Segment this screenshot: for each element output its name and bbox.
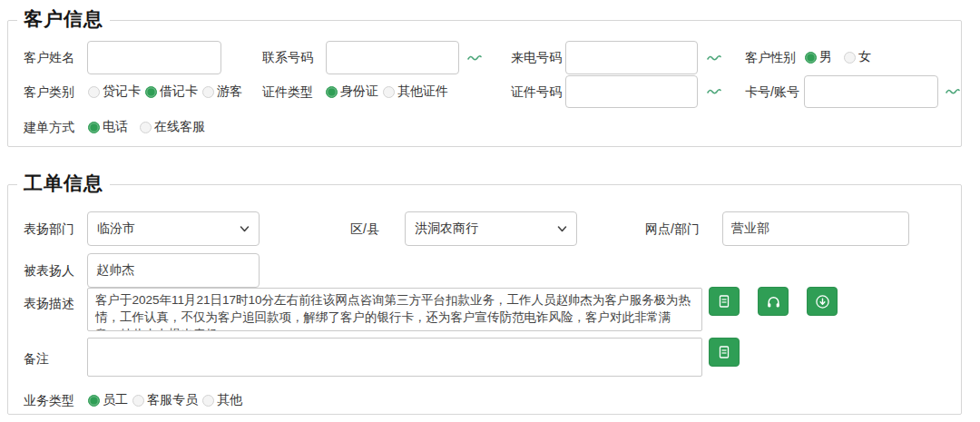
squiggle-icon[interactable] (466, 53, 483, 64)
document-icon (717, 294, 731, 309)
customer-info-section: 客户信息 客户姓名 联系号码 来电号码 客户性别 男 女 客户类别 贷记卡 借记… (7, 20, 962, 147)
create-method-label: 建单方式 (24, 120, 74, 134)
radio-phone-label: 电话 (103, 119, 128, 135)
listen-recording-button[interactable] (758, 287, 789, 316)
radio-online-service-label: 在线客服 (154, 119, 205, 135)
create-method-radio-group: 电话 在线客服 (88, 120, 205, 134)
headphones-icon (766, 294, 781, 309)
customer-info-title: 客户信息 (17, 7, 110, 31)
chevron-down-icon (240, 224, 250, 233)
radio-debit-card-label: 借记卡 (160, 83, 198, 100)
radio-option-visitor[interactable]: 游客 (202, 83, 242, 100)
praise-dept-select[interactable]: 临汾市 (87, 211, 260, 246)
radio-option-male[interactable]: 男 (805, 49, 832, 65)
work-order-form-page: { "colors": { "accent_green": "#2f9e55",… (0, 0, 980, 422)
radio-online-service-icon[interactable] (140, 122, 152, 133)
id-number-label: 证件号码 (511, 84, 562, 99)
radio-other-id-icon[interactable] (383, 86, 395, 98)
radio-id-card-icon[interactable] (326, 86, 338, 98)
radio-debit-card-icon[interactable] (145, 86, 157, 98)
squiggle-icon[interactable] (945, 86, 961, 97)
customer-category-label: 客户类别 (24, 84, 74, 99)
download-button[interactable] (807, 287, 838, 316)
remark-textarea[interactable] (87, 338, 702, 377)
praise-dept-label: 表扬部门 (24, 221, 74, 236)
business-type-label: 业务类型 (24, 393, 74, 407)
radio-service-agent-icon[interactable] (132, 395, 144, 407)
id-type-label: 证件类型 (262, 84, 313, 99)
customer-name-label: 客户姓名 (24, 50, 74, 64)
radio-option-service-agent[interactable]: 客服专员 (132, 392, 198, 408)
work-order-title: 工单信息 (17, 172, 110, 195)
radio-credit-card-icon[interactable] (88, 86, 100, 98)
radio-phone-icon[interactable] (88, 122, 100, 133)
gender-radio-group: 男 女 (805, 50, 871, 64)
squiggle-icon[interactable] (706, 86, 722, 97)
radio-credit-card-label: 贷记卡 (103, 83, 141, 100)
radio-option-online-service[interactable]: 在线客服 (140, 119, 205, 135)
description-textarea[interactable]: 客户于2025年11月21日17时10分左右前往该网点咨询第三方平台扣款业务，工… (87, 288, 702, 331)
praise-dept-value: 临汾市 (97, 221, 135, 237)
card-number-input[interactable] (804, 75, 938, 108)
radio-option-phone[interactable]: 电话 (88, 119, 128, 135)
chevron-down-icon (557, 224, 567, 233)
radio-id-card-label: 身份证 (340, 83, 378, 100)
document-icon (717, 345, 731, 359)
radio-option-female[interactable]: 女 (844, 49, 871, 65)
radio-option-debit-card[interactable]: 借记卡 (145, 83, 198, 100)
district-select[interactable]: 洪洞农商行 (405, 211, 577, 246)
radio-option-id-card[interactable]: 身份证 (326, 83, 378, 100)
radio-visitor-label: 游客 (217, 83, 242, 100)
radio-option-credit-card[interactable]: 贷记卡 (88, 83, 141, 100)
description-label: 表扬描述 (24, 296, 74, 310)
squiggle-icon[interactable] (706, 53, 722, 64)
radio-male-icon[interactable] (805, 52, 817, 64)
radio-employee-icon[interactable] (88, 395, 100, 407)
remark-document-button[interactable] (709, 338, 740, 367)
radio-male-label: 男 (819, 49, 832, 65)
radio-other-id-label: 其他证件 (397, 83, 448, 100)
gender-label: 客户性别 (745, 50, 796, 64)
praised-person-input[interactable] (87, 253, 260, 288)
caller-number-label: 来电号码 (511, 50, 562, 64)
branch-label: 网点/部门 (645, 221, 700, 236)
radio-other-label: 其他 (217, 392, 242, 408)
card-number-label: 卡号/账号 (745, 84, 799, 99)
description-document-button[interactable] (709, 287, 740, 316)
id-type-radio-group: 身份证 其他证件 (326, 84, 448, 99)
radio-option-other[interactable]: 其他 (202, 392, 242, 408)
radio-option-other-id[interactable]: 其他证件 (383, 83, 448, 100)
id-number-input[interactable] (565, 75, 698, 108)
customer-name-input[interactable] (87, 41, 221, 74)
district-label: 区/县 (350, 221, 379, 236)
radio-service-agent-label: 客服专员 (147, 392, 198, 408)
radio-female-icon[interactable] (844, 52, 856, 64)
caller-number-input[interactable] (565, 41, 698, 74)
contact-number-label: 联系号码 (262, 50, 313, 64)
contact-number-input[interactable] (326, 41, 459, 74)
download-icon (815, 294, 830, 309)
branch-input[interactable] (722, 211, 909, 246)
work-order-section: 工单信息 表扬部门 临汾市 区/县 洪洞农商行 网点/部门 被表扬人 表扬描述 … (7, 184, 962, 415)
business-type-radio-group: 员工 客服专员 其他 (88, 393, 242, 407)
praised-person-label: 被表扬人 (24, 263, 74, 278)
radio-other-icon[interactable] (202, 395, 214, 407)
radio-visitor-icon[interactable] (202, 86, 214, 98)
radio-option-employee[interactable]: 员工 (88, 392, 128, 408)
radio-employee-label: 员工 (103, 392, 128, 408)
district-value: 洪洞农商行 (415, 221, 478, 237)
radio-female-label: 女 (858, 49, 871, 65)
customer-category-radio-group: 贷记卡 借记卡 游客 (88, 84, 242, 99)
remark-label: 备注 (24, 351, 49, 366)
